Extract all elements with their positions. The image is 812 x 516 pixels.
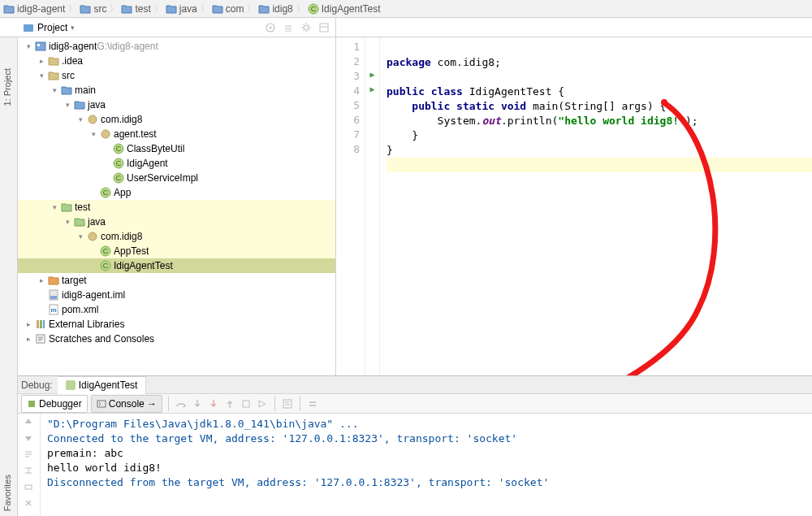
favorites-side-tab[interactable]: Favorites — [2, 475, 12, 511]
step-into-icon[interactable] — [191, 397, 204, 410]
down-icon[interactable] — [24, 433, 35, 444]
breadcrumb-item[interactable]: java — [166, 3, 197, 15]
tree-node[interactable]: CClassByteUtil — [18, 141, 335, 156]
tree-node[interactable]: ▾src — [18, 68, 335, 83]
tree-node[interactable]: ▾test — [18, 200, 335, 215]
svg-rect-44 — [97, 401, 106, 407]
debugger-tab[interactable]: Debugger — [21, 395, 88, 413]
print-icon[interactable] — [24, 482, 35, 493]
tree-arrow-icon[interactable]: ▸ — [23, 320, 34, 328]
breadcrumb-item[interactable]: test — [121, 3, 150, 15]
clear-icon[interactable] — [24, 498, 35, 509]
tree-node[interactable]: mpom.xml — [18, 302, 335, 317]
tree-label: pom.xml — [60, 304, 98, 315]
evaluate-icon[interactable] — [281, 397, 294, 410]
tree-node[interactable]: ▾main — [18, 83, 335, 98]
step-out-icon[interactable] — [223, 397, 236, 410]
collapse-all-icon[interactable] — [282, 21, 295, 34]
up-icon[interactable] — [24, 417, 35, 428]
tree-arrow-icon[interactable]: ▸ — [23, 335, 34, 343]
project-dropdown-icon[interactable]: ▾ — [71, 24, 75, 32]
gutter-run-icon[interactable] — [365, 128, 379, 143]
run-to-cursor-icon[interactable] — [256, 397, 269, 410]
svg-rect-25 — [50, 296, 57, 299]
console-tab[interactable]: Console → — [91, 395, 162, 413]
tree-node[interactable]: ▾idig8-agent G:\idig8-agent — [18, 39, 335, 54]
breadcrumb-item[interactable]: com — [212, 3, 244, 15]
tree-label: target — [60, 275, 87, 286]
tree-node[interactable]: ▾java — [18, 215, 335, 229]
tree-node[interactable]: ▾com.idig8 — [18, 112, 335, 127]
tree-arrow-icon[interactable]: ▾ — [88, 130, 99, 138]
gear-icon[interactable] — [300, 21, 313, 34]
tree-node[interactable]: CAppTest — [18, 244, 335, 258]
tree-node[interactable]: ▾agent.test — [18, 127, 335, 141]
line-number-gutter: 12345678 — [336, 37, 365, 375]
breadcrumb-item[interactable]: src — [80, 3, 106, 15]
gutter-run-icon[interactable] — [365, 99, 379, 114]
gutter-run-icon[interactable] — [365, 55, 379, 70]
console-line: Connected to the target VM, address: '12… — [47, 432, 517, 444]
svg-point-10 — [102, 130, 110, 138]
soft-wrap-icon[interactable] — [24, 449, 35, 461]
code-area[interactable]: 12345678 ▶▶ package com.idig8; public cl… — [336, 37, 812, 375]
gutter-run-icon[interactable]: ▶ — [365, 85, 379, 99]
debug-header: Debug: IdigAgentTest — [0, 376, 812, 394]
console-output[interactable]: "D:\Program Files\Java\jdk1.8.0_141\bin\… — [41, 414, 812, 516]
tree-node[interactable]: ▸.idea — [18, 54, 335, 68]
force-step-into-icon[interactable] — [207, 397, 220, 410]
debug-run-config-tab[interactable]: IdigAgentTest — [58, 376, 147, 394]
tree-arrow-icon[interactable]: ▾ — [62, 218, 73, 226]
tree-node[interactable]: ▾java — [18, 98, 335, 112]
tree-node[interactable]: idig8-agent.iml — [18, 288, 335, 302]
code-content[interactable]: package com.idig8; public class IdigAgen… — [380, 37, 812, 375]
gutter-run-icon[interactable] — [365, 143, 379, 158]
tree-node[interactable]: ▸External Libraries — [18, 317, 335, 332]
tree-arrow-icon[interactable]: ▸ — [36, 276, 47, 284]
folder-blue-icon — [166, 3, 177, 15]
drop-frame-icon[interactable] — [240, 397, 253, 410]
tree-arrow-icon[interactable]: ▸ — [36, 57, 47, 65]
tree-arrow-icon[interactable]: ▾ — [23, 42, 34, 50]
class-icon: C — [112, 172, 125, 184]
tree-arrow-icon[interactable]: ▾ — [49, 203, 60, 211]
folder-blue-icon — [73, 99, 86, 111]
tree-node[interactable]: CIdigAgent — [18, 156, 335, 171]
breadcrumb-item[interactable]: idig8-agent — [3, 3, 65, 15]
scroll-end-icon[interactable] — [24, 466, 35, 477]
breadcrumb-item[interactable]: CIdigAgentTest — [308, 3, 381, 15]
gutter-run-icon[interactable] — [365, 114, 379, 128]
breadcrumb-item[interactable]: idig8 — [258, 3, 292, 15]
tree-arrow-icon[interactable]: ▾ — [36, 72, 47, 80]
gutter-run-icon[interactable]: ▶ — [365, 70, 379, 85]
tree-arrow-icon[interactable]: ▾ — [62, 101, 73, 109]
tree-node[interactable]: CIdigAgentTest — [18, 258, 335, 273]
project-tree[interactable]: ▾idig8-agent G:\idig8-agent▸.idea▾src▾ma… — [18, 37, 335, 375]
tree-node[interactable]: ▸target — [18, 273, 335, 288]
tree-node[interactable]: CApp — [18, 185, 335, 200]
tree-node[interactable]: ▾com.idig8 — [18, 229, 335, 244]
tree-node[interactable]: CUserServiceImpl — [18, 171, 335, 185]
class-icon: C — [112, 143, 125, 154]
project-side-tab[interactable]: 1: Project — [2, 68, 12, 106]
more-icon[interactable] — [306, 397, 319, 410]
line-number: 7 — [336, 128, 360, 143]
folder-icon — [47, 70, 60, 81]
tree-node[interactable]: ▸Scratches and Consoles — [18, 332, 335, 346]
gutter-run-icon[interactable] — [365, 41, 379, 55]
tree-arrow-icon[interactable]: ▾ — [75, 232, 86, 241]
svg-point-4 — [270, 26, 272, 28]
project-label[interactable]: Project ▾ — [23, 22, 75, 33]
tree-arrow-icon[interactable]: ▾ — [49, 86, 60, 94]
svg-text:C: C — [103, 262, 109, 270]
debugger-tab-label: Debugger — [39, 398, 82, 410]
debug-head-label: Debug: — [21, 379, 53, 391]
target-icon[interactable] — [264, 21, 277, 34]
step-over-icon[interactable] — [175, 397, 188, 410]
tree-label: java — [86, 216, 106, 228]
svg-rect-8 — [37, 44, 40, 46]
run-gutter[interactable]: ▶▶ — [365, 37, 380, 375]
tree-arrow-icon[interactable]: ▾ — [75, 115, 86, 124]
tool-row: Project ▾ — [0, 18, 812, 37]
hide-panel-icon[interactable] — [317, 21, 330, 34]
